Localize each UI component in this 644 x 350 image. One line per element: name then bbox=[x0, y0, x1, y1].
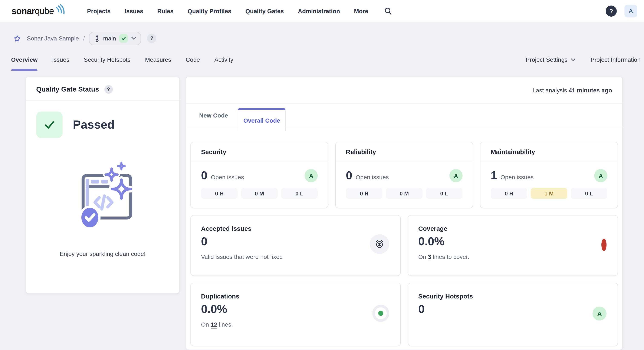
branch-status-badge bbox=[120, 34, 128, 42]
help-button[interactable]: ? bbox=[606, 5, 617, 16]
code-scope-tabs: New Code Overall Code bbox=[186, 104, 622, 127]
clean-code-caption: Enjoy your sparkling clean code! bbox=[36, 250, 169, 257]
nav-item-projects[interactable]: Projects bbox=[87, 8, 111, 14]
chevron-down-icon bbox=[570, 58, 575, 61]
quality-gate-title: Quality Gate Status bbox=[36, 86, 99, 93]
duplications-caption-post: lines. bbox=[219, 321, 233, 328]
maintainability-high-pill[interactable]: 0 H bbox=[491, 188, 527, 199]
global-header: sonarqube Projects Issues Rules Quality … bbox=[0, 0, 644, 22]
duplications-title: Duplications bbox=[201, 292, 390, 300]
maintainability-rating-badge: A bbox=[594, 169, 607, 182]
project-settings-menu[interactable]: Project Settings bbox=[526, 46, 575, 73]
security-hotspots-title: Security Hotspots bbox=[418, 292, 607, 300]
nav-item-issues[interactable]: Issues bbox=[124, 8, 143, 14]
security-high-pill[interactable]: 0 H bbox=[201, 188, 238, 199]
reliability-card: Reliability 0 Open issues A 0 H bbox=[335, 142, 473, 208]
security-rating-badge: A bbox=[304, 169, 318, 182]
metric-row-ratings: Security 0 Open issues A 0 H bbox=[190, 142, 618, 208]
branch-name: main bbox=[103, 35, 116, 42]
duplications-card: Duplications 0.0% On 12 lines. bbox=[190, 283, 401, 346]
quality-gate-body: Passed bbox=[26, 100, 179, 257]
security-card: Security 0 Open issues A 0 H bbox=[190, 142, 328, 208]
coverage-title: Coverage bbox=[418, 225, 607, 232]
metric-cards: Security 0 Open issues A 0 H bbox=[186, 127, 622, 350]
security-open-issues-label: Open issues bbox=[211, 174, 244, 180]
snooze-icon-bubble[interactable] bbox=[370, 234, 389, 254]
coverage-caption-post: lines to cover. bbox=[433, 253, 469, 260]
project-name-link[interactable]: Sonar Java Sample bbox=[27, 35, 79, 42]
metric-row-accepted-coverage: Accepted issues 0 Valid issues that were… bbox=[190, 215, 618, 276]
accepted-issues-count[interactable]: 0 bbox=[201, 235, 390, 248]
tab-overview[interactable]: Overview bbox=[11, 46, 38, 73]
tab-code[interactable]: Code bbox=[186, 46, 200, 73]
project-tab-bar: Overview Issues Security Hotspots Measur… bbox=[0, 46, 644, 73]
reliability-medium-pill[interactable]: 0 M bbox=[386, 188, 422, 199]
breadcrumb-separator: / bbox=[83, 35, 85, 42]
clean-code-illustration bbox=[36, 161, 169, 228]
search-button[interactable] bbox=[384, 6, 392, 15]
chevron-down-icon bbox=[132, 36, 136, 40]
coverage-ring-icon bbox=[602, 238, 606, 251]
accepted-issues-caption: Valid issues that were not fixed bbox=[201, 253, 390, 260]
tab-overall-code[interactable]: Overall Code bbox=[238, 108, 286, 131]
duplications-caption: On 12 lines. bbox=[201, 321, 390, 328]
maintainability-title: Maintainability bbox=[491, 148, 535, 156]
security-open-issues-count[interactable]: 0 bbox=[201, 169, 208, 182]
reliability-open-issues-label: Open issues bbox=[356, 174, 389, 180]
favorite-star-icon[interactable] bbox=[14, 35, 21, 42]
main-nav: Projects Issues Rules Quality Profiles Q… bbox=[87, 8, 368, 14]
quality-gate-help-button[interactable]: ? bbox=[104, 85, 113, 94]
coverage-caption-pre: On bbox=[418, 253, 426, 260]
passed-check-badge bbox=[36, 112, 62, 138]
security-medium-pill[interactable]: 0 M bbox=[241, 188, 278, 199]
branch-help-button[interactable]: ? bbox=[147, 34, 156, 43]
nav-item-quality-gates[interactable]: Quality Gates bbox=[245, 8, 284, 14]
coverage-caption: On 3 lines to cover. bbox=[418, 253, 607, 260]
analysis-panel-header: Last analysis 41 minutes ago bbox=[186, 77, 622, 104]
user-avatar[interactable]: A bbox=[624, 4, 637, 17]
coverage-lines-count[interactable]: 3 bbox=[428, 253, 431, 261]
duplications-lines-count[interactable]: 12 bbox=[210, 321, 217, 329]
nav-item-more[interactable]: More bbox=[354, 8, 368, 14]
duplications-value[interactable]: 0.0% bbox=[201, 303, 390, 316]
check-icon bbox=[43, 118, 56, 131]
tab-new-code[interactable]: New Code bbox=[190, 104, 238, 127]
tab-measures[interactable]: Measures bbox=[145, 46, 171, 73]
snooze-clock-icon bbox=[375, 239, 384, 249]
search-icon bbox=[384, 6, 392, 15]
sonarqube-logo[interactable]: sonarqube bbox=[12, 6, 65, 16]
accepted-issues-card: Accepted issues 0 Valid issues that were… bbox=[190, 215, 401, 276]
duplications-dot-icon bbox=[378, 310, 383, 316]
security-low-pill[interactable]: 0 L bbox=[281, 188, 318, 199]
reliability-high-pill[interactable]: 0 H bbox=[346, 188, 382, 199]
reliability-low-pill[interactable]: 0 L bbox=[426, 188, 462, 199]
security-hotspots-card: Security Hotspots 0 A bbox=[408, 283, 618, 346]
maintainability-open-issues-count[interactable]: 1 bbox=[491, 169, 497, 182]
security-hotspots-count[interactable]: 0 bbox=[418, 303, 607, 316]
branch-selector[interactable]: main bbox=[89, 32, 141, 45]
project-information-button[interactable]: Project Information bbox=[590, 46, 640, 73]
check-icon bbox=[122, 36, 126, 41]
reliability-open-issues-count[interactable]: 0 bbox=[346, 169, 352, 182]
breadcrumb: Sonar Java Sample / main ? bbox=[0, 22, 644, 46]
nav-item-rules[interactable]: Rules bbox=[158, 8, 174, 14]
branch-icon bbox=[94, 35, 100, 42]
maintainability-card: Maintainability 1 Open issues A 0 H bbox=[480, 142, 618, 208]
overview-content: Quality Gate Status ? Passed bbox=[0, 73, 644, 350]
tab-issues[interactable]: Issues bbox=[52, 46, 70, 73]
reliability-rating-badge: A bbox=[449, 169, 462, 182]
quality-gate-card: Quality Gate Status ? Passed bbox=[26, 77, 180, 294]
tab-activity[interactable]: Activity bbox=[214, 46, 234, 73]
logo-text: sonarqube bbox=[12, 6, 54, 16]
nav-item-quality-profiles[interactable]: Quality Profiles bbox=[188, 8, 231, 14]
maintainability-low-pill[interactable]: 0 L bbox=[571, 188, 607, 199]
security-title: Security bbox=[201, 148, 226, 156]
coverage-value[interactable]: 0.0% bbox=[418, 235, 607, 248]
project-settings-label: Project Settings bbox=[526, 56, 568, 63]
quality-gate-status-row: Passed bbox=[36, 112, 169, 138]
tab-security-hotspots[interactable]: Security Hotspots bbox=[84, 46, 130, 73]
nav-item-administration[interactable]: Administration bbox=[298, 8, 340, 14]
maintainability-medium-pill[interactable]: 1 M bbox=[531, 188, 567, 199]
quality-gate-header: Quality Gate Status ? bbox=[26, 77, 179, 100]
logo-arcs-icon bbox=[55, 4, 65, 15]
